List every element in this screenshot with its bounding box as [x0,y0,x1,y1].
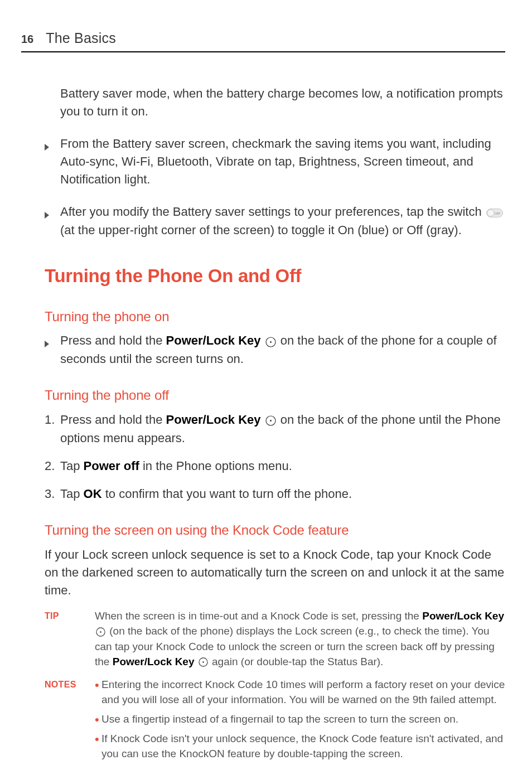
subheading-on: Turning the phone on [45,307,505,327]
notes-label: NOTES [45,677,95,765]
notes-item: • If Knock Code isn't your unlock sequen… [95,732,505,762]
page-content: Battery saver mode, when the battery cha… [21,85,505,765]
text-fragment: in the Phone options menu. [139,459,292,473]
text-fragment: (at the upper-right corner of the screen… [60,223,462,237]
bold-text: OK [84,487,102,501]
bullet-text: From the Battery saver screen, checkmark… [60,135,505,188]
triangle-icon [45,203,60,239]
bullet-dot-icon: • [95,712,101,727]
bold-text: Power/Lock Key [166,413,261,427]
triangle-icon [45,135,60,188]
section-name: The Basics [46,28,116,48]
body-paragraph: If your Lock screen unlock sequence is s… [45,546,505,599]
bullet-item: Press and hold the Power/Lock Key on the… [45,332,505,368]
list-number: 3. [45,485,60,503]
text-fragment: to confirm that you want to turn off the… [102,487,352,501]
bullet-dot-icon: • [95,677,101,708]
power-key-icon [199,655,208,670]
intro-paragraph: Battery saver mode, when the battery cha… [60,85,505,120]
notes-callout: NOTES • Entering the incorrect Knock Cod… [45,677,505,765]
list-number: 2. [45,457,60,475]
tip-callout: TIP When the screen is in time-out and a… [45,609,505,670]
notes-text: Entering the incorrect Knock Code 10 tim… [101,677,505,708]
off-switch-icon: OFF [486,204,503,221]
subheading-knock: Turning the screen on using the Knock Co… [45,521,505,540]
triangle-icon [45,332,60,368]
list-text: Tap Power off in the Phone options menu. [60,457,505,475]
notes-item: • Use a fingertip instead of a fingernai… [95,712,505,727]
main-heading: Turning the Phone On and Off [45,263,505,289]
list-item: 3. Tap OK to confirm that you want to tu… [45,485,505,503]
power-key-icon [265,333,276,351]
list-item: 1. Press and hold the Power/Lock Key on … [45,411,505,447]
tip-label: TIP [45,609,95,670]
bullet-text: After you modify the Battery saver setti… [60,203,505,239]
bullet-text: Press and hold the Power/Lock Key on the… [60,332,505,368]
svg-point-3 [487,210,494,216]
bullet-item: After you modify the Battery saver setti… [45,203,505,239]
bold-text: Power off [84,459,139,473]
power-key-icon [265,411,276,429]
text-fragment: After you modify the Battery saver setti… [60,205,485,219]
notes-text: If Knock Code isn't your unlock sequence… [101,732,505,762]
list-number: 1. [45,411,60,447]
text-fragment: Tap [60,487,84,501]
svg-text:OFF: OFF [495,212,500,215]
tip-body: When the screen is in time-out and a Kno… [95,609,505,670]
text-fragment: Press and hold the [60,413,166,427]
power-key-icon [96,624,105,640]
bullet-dot-icon: • [95,732,101,762]
page-header: 16 The Basics [21,28,505,52]
page-number: 16 [21,31,33,47]
text-fragment: When the screen is in time-out and a Kno… [95,610,422,622]
text-fragment: Tap [60,459,84,473]
notes-text: Use a fingertip instead of a fingernail … [101,712,505,727]
notes-body: • Entering the incorrect Knock Code 10 t… [95,677,505,765]
notes-item: • Entering the incorrect Knock Code 10 t… [95,677,505,708]
bullet-item: From the Battery saver screen, checkmark… [45,135,505,188]
subheading-off: Turning the phone off [45,386,505,405]
text-fragment: again (or double-tap the Status Bar). [209,656,384,667]
list-text: Press and hold the Power/Lock Key on the… [60,411,505,447]
bold-text: Power/Lock Key [113,656,195,667]
list-text: Tap OK to confirm that you want to turn … [60,485,505,503]
list-item: 2. Tap Power off in the Phone options me… [45,457,505,475]
bold-text: Power/Lock Key [422,610,504,622]
bold-text: Power/Lock Key [166,333,261,347]
text-fragment: Press and hold the [60,333,166,347]
